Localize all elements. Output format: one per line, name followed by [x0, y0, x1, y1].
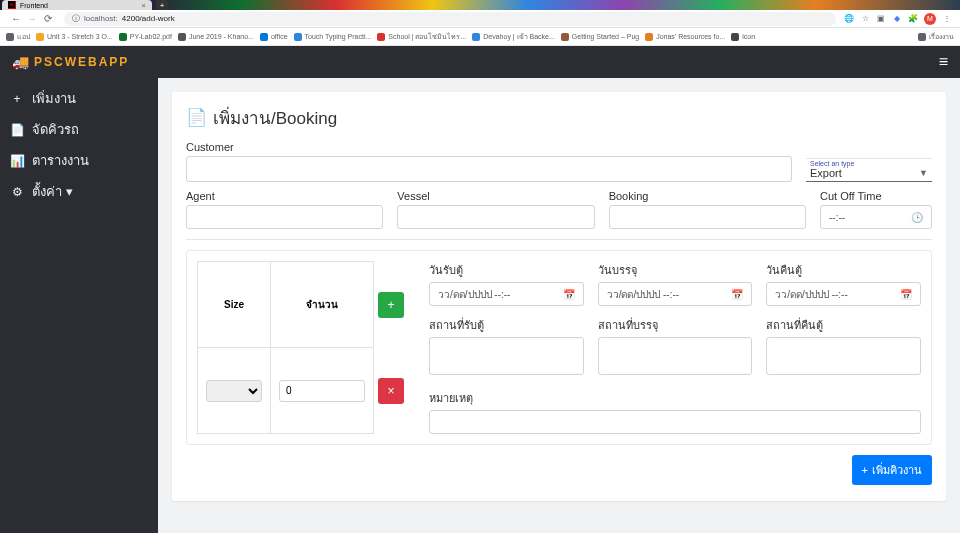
calendar-icon: 📅: [900, 289, 912, 300]
cutoff-time-input[interactable]: --:-- 🕒: [820, 205, 932, 229]
info-icon: ⓘ: [72, 13, 80, 24]
sidebar-item-label: จัดคิวรถ: [32, 119, 79, 140]
bookmark-item[interactable]: School | สอนโซ่มินไทร...: [377, 31, 466, 42]
plus-icon: +: [10, 92, 24, 106]
vessel-input[interactable]: [397, 205, 594, 229]
agent-label: Agent: [186, 190, 383, 202]
sidebar-item-queue[interactable]: 📄 จัดคิวรถ: [10, 117, 148, 142]
calendar-icon: 📅: [563, 289, 575, 300]
customer-label: Customer: [186, 141, 792, 153]
size-select[interactable]: [206, 380, 262, 402]
close-icon[interactable]: ×: [141, 1, 146, 10]
url-input[interactable]: ⓘ localhost:4200/add-work: [64, 12, 836, 26]
qty-input[interactable]: [279, 380, 365, 402]
address-bar: ← → ⟳ ⓘ localhost:4200/add-work 🌐 ☆ ▣ ◆ …: [0, 10, 960, 28]
bookmark-item[interactable]: เรื่องงาน: [918, 31, 954, 42]
star-icon[interactable]: ☆: [860, 14, 870, 24]
gear-icon: ⚙: [10, 185, 24, 199]
calendar-icon: 📅: [731, 289, 743, 300]
bookmark-item[interactable]: แอป: [6, 31, 30, 42]
pack-place-label: สถานที่บรรจุ: [598, 316, 753, 334]
sidebar-item-add-work[interactable]: + เพิ่มงาน: [10, 86, 148, 111]
table-icon: 📊: [10, 154, 24, 168]
file-icon: 📄: [10, 123, 24, 137]
document-icon: 📄: [186, 107, 207, 128]
type-select-value: Export: [810, 167, 842, 179]
page-title: 📄 เพิ่มงาน/Booking: [186, 104, 932, 131]
chevron-down-icon: ▼: [919, 168, 928, 178]
extension-icon-1[interactable]: ▣: [876, 14, 886, 24]
type-select-label: Select an type: [810, 160, 928, 167]
extension-icon-2[interactable]: ◆: [892, 14, 902, 24]
logo[interactable]: 🚚 PSCWEBAPP: [12, 54, 129, 70]
return-date-label: วันคืนตู้: [766, 261, 921, 279]
remove-row-button[interactable]: ×: [378, 378, 404, 404]
sidebar-item-settings[interactable]: ⚙ ตั้งค่า ▾: [10, 179, 148, 204]
sidebar: + เพิ่มงาน 📄 จัดคิวรถ 📊 ตารางงาน ⚙ ตั้งค…: [0, 78, 158, 533]
qty-header: จำนวน: [271, 262, 374, 348]
profile-avatar[interactable]: M: [924, 13, 936, 25]
vessel-label: Vessel: [397, 190, 594, 202]
puzzle-icon[interactable]: 🧩: [908, 14, 918, 24]
sidebar-item-schedule[interactable]: 📊 ตารางงาน: [10, 148, 148, 173]
reload-button[interactable]: ⟳: [40, 13, 56, 24]
pickup-place-input[interactable]: [429, 337, 584, 375]
booking-label: Booking: [609, 190, 806, 202]
logo-text: PSCWEBAPP: [34, 55, 129, 69]
bookmark-item[interactable]: office: [260, 33, 288, 41]
sidebar-item-label: ตารางงาน: [32, 150, 89, 171]
pickup-date-label: วันรับตู้: [429, 261, 584, 279]
agent-input[interactable]: [186, 205, 383, 229]
booking-input[interactable]: [609, 205, 806, 229]
sidebar-item-label: เพิ่มงาน: [32, 88, 76, 109]
app-header: 🚚 PSCWEBAPP ≡: [0, 46, 960, 78]
pickup-place-label: สถานที่รับตู้: [429, 316, 584, 334]
bookmark-item[interactable]: icon: [731, 33, 755, 41]
pack-date-input[interactable]: วว/ดด/ปปปป --:--📅: [598, 282, 753, 306]
bookmark-item[interactable]: PY-Lab02.pdf: [119, 33, 172, 41]
type-select[interactable]: Select an type Export ▼: [806, 158, 932, 182]
add-queue-button[interactable]: + เพิ่มคิวงาน: [852, 455, 932, 485]
tab-title: Frontend: [20, 2, 48, 9]
bookmark-item[interactable]: Getting Started – Pug: [561, 33, 639, 41]
bookmark-item[interactable]: June 2019 - Khano...: [178, 33, 254, 41]
bookmark-item[interactable]: Jonas' Resources fo...: [645, 33, 725, 41]
pack-date-label: วันบรรจุ: [598, 261, 753, 279]
size-table: Size จำนวน + ×: [197, 261, 413, 434]
return-place-input[interactable]: [766, 337, 921, 375]
menu-icon[interactable]: ⋮: [942, 14, 952, 24]
customer-input[interactable]: [186, 156, 792, 182]
sidebar-item-label: ตั้งค่า ▾: [32, 181, 73, 202]
pickup-date-input[interactable]: วว/ดด/ปปปป --:--📅: [429, 282, 584, 306]
bookmark-item[interactable]: Touch Typing Practi...: [294, 33, 372, 41]
browser-tab[interactable]: 🅰 Frontend ×: [2, 0, 152, 10]
clock-icon: 🕒: [911, 212, 923, 223]
cutoff-label: Cut Off Time: [820, 190, 932, 202]
new-tab-button[interactable]: +: [156, 0, 168, 10]
forward-button[interactable]: →: [24, 13, 40, 24]
return-date-input[interactable]: วว/ดด/ปปปป --:--📅: [766, 282, 921, 306]
angular-icon: 🅰: [8, 1, 16, 9]
back-button[interactable]: ←: [8, 13, 24, 24]
bookmarks-bar: แอป Unit 3 - Stretch 3 O... PY-Lab02.pdf…: [0, 28, 960, 46]
browser-tab-bar: 🅰 Frontend × +: [0, 0, 960, 10]
note-label: หมายเหตุ: [429, 389, 921, 407]
return-place-label: สถานที่คืนตู้: [766, 316, 921, 334]
plus-icon: +: [862, 464, 868, 476]
bookmark-item[interactable]: Devahoy | เข้า Backe...: [472, 31, 555, 42]
translate-icon[interactable]: 🌐: [844, 14, 854, 24]
note-input[interactable]: [429, 410, 921, 434]
truck-icon: 🚚: [12, 54, 29, 70]
menu-toggle-button[interactable]: ≡: [939, 53, 948, 71]
size-header: Size: [198, 262, 271, 348]
pack-place-input[interactable]: [598, 337, 753, 375]
add-row-button[interactable]: +: [378, 292, 404, 318]
bookmark-item[interactable]: Unit 3 - Stretch 3 O...: [36, 33, 113, 41]
